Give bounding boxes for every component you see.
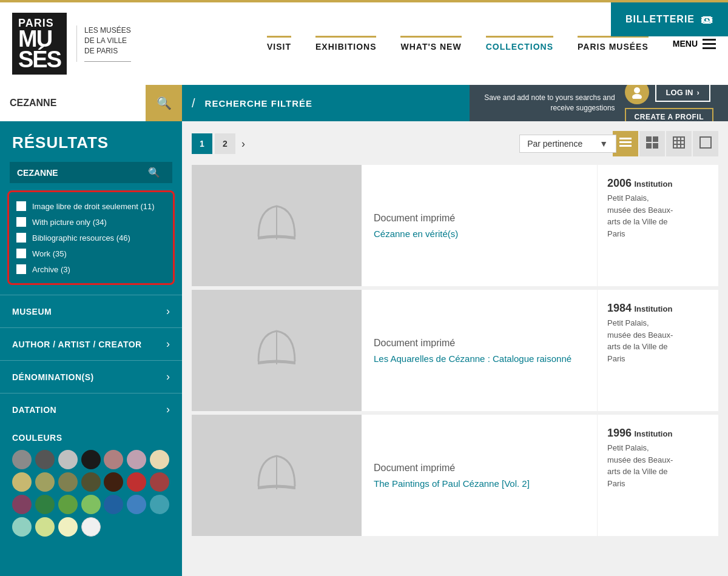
view-buttons xyxy=(613,131,718,156)
sidebar-search-button[interactable]: 🔍 xyxy=(143,162,165,183)
search-icon: 🔍 xyxy=(157,96,172,110)
sidebar: RÉSULTATS 🔍 Image libre de droit seuleme… xyxy=(0,121,182,576)
denomination-chevron-icon: › xyxy=(166,370,170,383)
colors-section: COULEURS xyxy=(0,426,182,546)
card-title-2[interactable]: The Paintings of Paul Cézanne [Vol. 2] xyxy=(374,478,585,489)
color-swatch-22[interactable] xyxy=(35,517,55,537)
search-button[interactable]: 🔍 xyxy=(146,85,182,121)
nav-paris-musees[interactable]: PARIS MUSÉES xyxy=(578,42,649,52)
color-swatch-19[interactable] xyxy=(127,495,146,514)
sort-select[interactable]: Par pertinence Par date Par titre xyxy=(519,135,616,153)
color-swatch-9[interactable] xyxy=(58,472,78,492)
color-swatch-15[interactable] xyxy=(35,495,55,514)
sidebar-section-denomination[interactable]: DÉNOMINATION(S) › xyxy=(0,360,182,393)
search-input[interactable] xyxy=(0,85,146,121)
color-swatch-24[interactable] xyxy=(81,517,101,537)
color-swatch-23[interactable] xyxy=(58,517,78,537)
book-icon-2 xyxy=(252,450,301,501)
color-swatch-4[interactable] xyxy=(104,450,123,469)
datation-chevron-icon: › xyxy=(166,403,170,416)
card-institution-label-2: Institution xyxy=(635,429,673,438)
color-swatch-1[interactable] xyxy=(35,450,55,469)
view-single-button[interactable] xyxy=(693,131,718,156)
card-institution-label-0: Institution xyxy=(635,179,673,189)
card-meta-0: 2006 Institution Petit Palais, musée des… xyxy=(597,165,718,286)
search-input-wrap: 🔍 xyxy=(0,85,182,121)
color-swatch-21[interactable] xyxy=(12,517,32,537)
color-swatch-18[interactable] xyxy=(104,495,123,514)
color-swatch-13[interactable] xyxy=(150,472,169,492)
color-swatch-8[interactable] xyxy=(35,472,55,492)
color-swatch-2[interactable] xyxy=(58,450,78,469)
main-layout: RÉSULTATS 🔍 Image libre de droit seuleme… xyxy=(0,121,728,576)
nav-exhibitions[interactable]: EXHIBITIONS xyxy=(315,42,376,52)
ticket-icon: 🎟 xyxy=(701,13,713,27)
results-controls: 1 2 › Par pertinence Par date Par titre … xyxy=(192,131,718,156)
card-thumb-2 xyxy=(192,415,362,536)
filter-checkbox-4[interactable] xyxy=(16,264,26,274)
color-swatch-10[interactable] xyxy=(81,472,101,492)
menu-label: MENU xyxy=(673,39,698,49)
filter-checkbox-3[interactable] xyxy=(16,249,26,258)
color-swatch-3[interactable] xyxy=(81,450,101,469)
card-year-0: 2006 xyxy=(607,177,632,189)
view-grid-button[interactable] xyxy=(639,131,665,156)
page-next-button[interactable]: › xyxy=(238,138,249,150)
color-swatch-5[interactable] xyxy=(127,450,146,469)
view-list-button[interactable] xyxy=(613,131,638,156)
logo-box[interactable]: PARIS MU SÉS xyxy=(12,13,67,75)
author-chevron-icon: › xyxy=(166,338,170,350)
filter-checkbox-2[interactable] xyxy=(16,233,26,243)
card-type-2: Document imprimé xyxy=(374,463,585,474)
nav-menu-button[interactable]: MENU xyxy=(673,39,716,49)
sidebar-search: 🔍 xyxy=(10,162,172,183)
sidebar-section-museum[interactable]: MUSEUM › xyxy=(0,295,182,327)
card-meta-1: 1984 Institution Petit Palais, musée des… xyxy=(597,290,718,411)
color-swatch-0[interactable] xyxy=(12,450,32,469)
card-title-0[interactable]: Cézanne en vérité(s) xyxy=(374,229,585,239)
sidebar-section-author[interactable]: AUTHOR / ARTIST / CREATOR › xyxy=(0,327,182,360)
view-list-icon xyxy=(619,136,632,152)
color-swatch-14[interactable] xyxy=(12,495,32,514)
logo-subtitle: LES MUSÉESDE LA VILLEDE PARIS xyxy=(76,25,131,61)
search-bar: 🔍 / RECHERCHE FILTRÉE Save and add note … xyxy=(0,85,728,121)
color-swatch-20[interactable] xyxy=(150,495,169,514)
color-swatch-11[interactable] xyxy=(104,472,123,492)
billetterie-button[interactable]: BILLETTERIE 🎟 xyxy=(611,2,728,36)
card-title-1[interactable]: Les Aquarelles de Cézanne : Catalogue ra… xyxy=(374,353,585,364)
svg-rect-3 xyxy=(619,141,632,143)
svg-rect-4 xyxy=(619,145,632,147)
card-institution-label-1: Institution xyxy=(635,304,673,313)
filter-label-2: Bibliographic resources (46) xyxy=(32,233,130,243)
main-nav: VISIT EXHIBITIONS WHAT'S NEW COLLECTIONS… xyxy=(267,36,716,52)
filter-checkbox-1[interactable] xyxy=(16,217,26,227)
color-swatch-6[interactable] xyxy=(150,450,169,469)
sidebar-section-datation[interactable]: DATATION › xyxy=(0,393,182,426)
colours-label: COULEURS xyxy=(12,433,170,443)
color-swatch-7[interactable] xyxy=(12,472,32,492)
filter-checkbox-0[interactable] xyxy=(16,201,26,211)
page-2-button[interactable]: 2 xyxy=(215,133,235,154)
nav-whats-new[interactable]: WHAT'S NEW xyxy=(400,42,461,52)
login-button[interactable]: LOG IN › xyxy=(655,83,710,102)
svg-rect-7 xyxy=(646,143,652,149)
svg-rect-2 xyxy=(619,138,632,139)
color-swatch-16[interactable] xyxy=(58,495,78,514)
filter-label-4: Archive (3) xyxy=(32,265,70,274)
card-institution-name-1: Petit Palais, musée des Beaux- arts de l… xyxy=(607,317,709,364)
search-divider: / xyxy=(182,96,205,110)
svg-rect-5 xyxy=(646,136,652,142)
view-fullgrid-button[interactable] xyxy=(666,131,692,156)
book-icon-0 xyxy=(252,200,301,251)
sidebar-search-input[interactable] xyxy=(10,163,143,183)
nav-visit[interactable]: VISIT xyxy=(267,42,291,52)
card-content-1: Document imprimé Les Aquarelles de Cézan… xyxy=(362,290,597,411)
color-swatch-17[interactable] xyxy=(81,495,101,514)
login-arrow-icon: › xyxy=(696,88,699,97)
color-swatch-12[interactable] xyxy=(127,472,146,492)
color-swatches xyxy=(12,450,170,537)
page-1-button[interactable]: 1 xyxy=(192,133,212,154)
results-area: 1 2 › Par pertinence Par date Par titre … xyxy=(182,121,728,576)
svg-point-1 xyxy=(632,94,642,99)
nav-collections[interactable]: COLLECTIONS xyxy=(486,42,553,52)
